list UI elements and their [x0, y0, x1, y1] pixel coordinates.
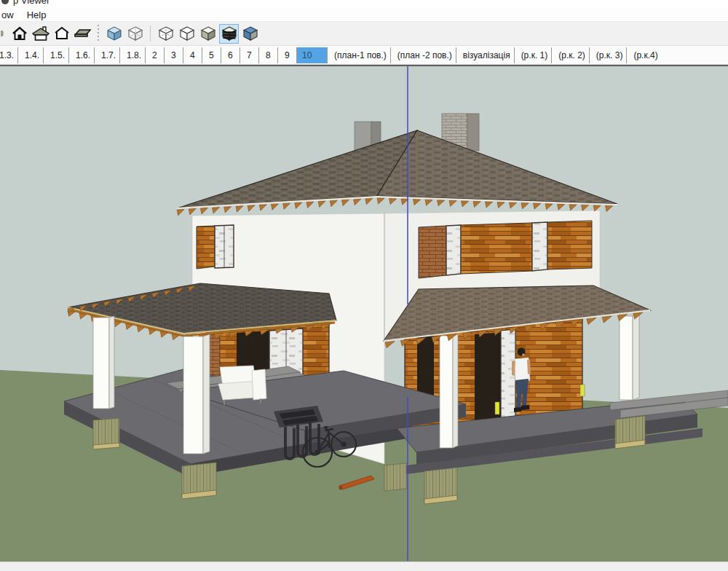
- style-back-edges-button[interactable]: [156, 24, 175, 44]
- model-scene: [0, 66, 728, 562]
- toolbar-separator-line: [150, 25, 151, 42]
- scene-tab-2[interactable]: 2: [145, 47, 164, 63]
- toolbar-separator-dotted: [98, 25, 99, 42]
- menu-item-ow[interactable]: ow: [0, 9, 20, 20]
- scene-house-outline-button[interactable]: [52, 24, 71, 44]
- wireframe-cube-icon: [127, 25, 143, 42]
- menu-bar: owHelp: [0, 9, 728, 22]
- title-bar: p Viewer: [0, 0, 728, 9]
- scene-tab-(план -2 пов.)[interactable]: (план -2 пов.): [390, 47, 456, 63]
- scene-tab-7[interactable]: 7: [240, 47, 258, 63]
- x-ray-cube-icon: [106, 25, 122, 42]
- scene-tab-8[interactable]: 8: [258, 47, 277, 63]
- sketchup-viewer-window: p Viewer owHelp: [0, 0, 728, 571]
- home-button[interactable]: [9, 24, 29, 44]
- scene-tab-1.4.[interactable]: 1.4.: [17, 47, 43, 63]
- scene-tab-1.7.[interactable]: 1.7.: [94, 47, 119, 63]
- style-shaded-button[interactable]: [198, 24, 218, 44]
- scene-tab-1.5.[interactable]: 1.5.: [43, 47, 68, 63]
- model-viewport[interactable]: [0, 65, 728, 562]
- roof-icon: [74, 25, 92, 42]
- scene-tab-1.8.[interactable]: 1.8.: [119, 47, 145, 63]
- monochrome-box-icon: [242, 25, 258, 42]
- scene-house-chimney-button[interactable]: [31, 24, 50, 44]
- style-x-ray-button[interactable]: [104, 24, 124, 44]
- menu-item-help[interactable]: Help: [20, 9, 53, 20]
- style-wireframe-button[interactable]: [125, 24, 145, 44]
- app-logo-icon: [1, 0, 9, 4]
- scene-tab-3[interactable]: 3: [164, 47, 183, 63]
- logo-partial-icon: [1, 26, 7, 41]
- shaded-box-icon: [200, 25, 216, 42]
- window-title: p Viewer: [13, 0, 50, 6]
- style-hidden-line-button[interactable]: [177, 24, 197, 44]
- toolbar: [0, 22, 728, 46]
- scene-tab-(р.к. 3)[interactable]: (р.к. 3): [589, 47, 627, 63]
- scene-tab-1.3.[interactable]: 1.3.: [0, 47, 17, 63]
- scene-tab-10[interactable]: 10: [296, 47, 327, 63]
- left-window-band: [197, 225, 234, 269]
- scene-tab-(р.к.4)[interactable]: (р.к.4): [626, 47, 661, 63]
- scene-tab-(р.к. 2)[interactable]: (р.к. 2): [551, 47, 589, 63]
- home-icon: [12, 25, 28, 42]
- scene-roof-button[interactable]: [73, 24, 92, 44]
- scene-tab-(план-1 пов.)[interactable]: (план-1 пов.): [327, 47, 390, 63]
- style-monochrome-button[interactable]: [240, 24, 260, 44]
- scene-tab-6[interactable]: 6: [221, 47, 240, 63]
- scene-tabs: 1.3.1.4.1.5.1.6.1.7.1.8.2345678910(план-…: [0, 46, 728, 65]
- scene-tab-9[interactable]: 9: [277, 47, 296, 63]
- shaded-with-textures-box-icon: [221, 25, 237, 42]
- house-with-chimney-icon: [32, 25, 50, 42]
- status-bar: [0, 562, 728, 571]
- scene-tab-візуалізація[interactable]: візуалізація: [456, 47, 514, 63]
- scene-tab-(р.к. 1)[interactable]: (р.к. 1): [514, 47, 552, 63]
- hidden-line-box-icon: [179, 25, 195, 42]
- style-shaded-with-textures-button[interactable]: [219, 24, 239, 44]
- logo-partial-button[interactable]: [0, 24, 8, 44]
- scene-tab-4[interactable]: 4: [183, 47, 202, 63]
- house-outline-icon: [54, 25, 70, 42]
- back-edges-box-icon: [158, 25, 174, 42]
- scene-tab-1.6.[interactable]: 1.6.: [68, 47, 94, 63]
- scene-tab-5[interactable]: 5: [202, 47, 221, 63]
